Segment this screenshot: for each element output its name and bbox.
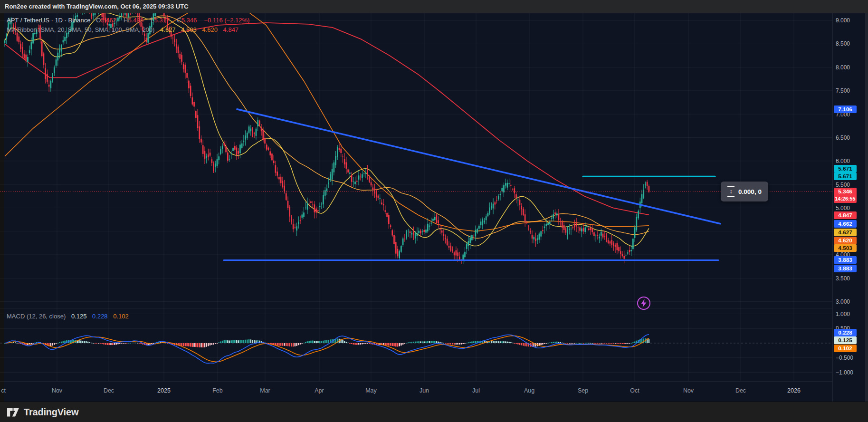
time-tick-label: Jun (420, 387, 429, 394)
measure-tooltip: ↕ 0.000, 0 (721, 182, 768, 201)
axis-tick-label: −0.500 (836, 355, 853, 361)
attribution-bar: Ron2ee created with TradingView.com, Oct… (0, 0, 868, 13)
price-badge: 0.125 (834, 336, 857, 344)
time-tick-label: Dec (104, 387, 114, 394)
sma20-value: 4.627 (160, 26, 176, 33)
price-badge: 4.627 (834, 229, 857, 236)
time-tick-label: Feb (212, 387, 223, 394)
candlesticks (4, 13, 650, 264)
tradingview-logo[interactable]: TradingView (7, 406, 78, 418)
macd-legend-row[interactable]: MACD (12, 26, close) 0.125 0.228 0.102 (7, 313, 129, 320)
low-label: L (151, 17, 154, 24)
tradingview-logo-text: TradingView (24, 407, 78, 418)
chart-legend: APT / TetherUS · 1D · Binance O5.462 H5.… (7, 16, 249, 35)
axis-tick-label: 5.000 (836, 205, 850, 211)
tradingview-logo-mark (7, 406, 19, 418)
high-value: 5.496 (128, 17, 143, 24)
attribution-text: Ron2ee created with TradingView.com, Oct… (5, 3, 189, 10)
time-tick-label: Sep (578, 387, 588, 394)
price-badge: 0.228 (834, 329, 857, 336)
bottom-brand-bar: TradingView (0, 402, 868, 422)
price-badge: 4.662 (834, 220, 857, 228)
time-tick-label: Dec (735, 387, 746, 394)
axis-tick-label: 5.500 (836, 182, 850, 188)
axis-tick-label: 6.000 (836, 158, 850, 164)
price-scale[interactable]: 9.0008.5008.0007.5007.0006.5006.0005.500… (832, 13, 868, 402)
time-tick-label: ct (1, 387, 6, 394)
time-scale[interactable]: ctNovDec2025FebMarAprMayJunJulAugSepOctN… (0, 381, 832, 402)
axis-tick-label: 8.000 (836, 64, 850, 71)
time-tick-label: Jul (472, 387, 480, 394)
price-badge: 3.883 (834, 256, 857, 264)
macd-signal-value: 0.102 (113, 313, 129, 320)
time-tick-label: Apr (315, 387, 324, 394)
price-badge: 4.847 (834, 211, 857, 219)
symbol-title[interactable]: APT / TetherUS · 1D · Binance (7, 17, 91, 24)
time-tick-label: Oct (630, 387, 639, 394)
axis-tick-label: 3.000 (836, 298, 850, 305)
time-tick-label: Nov (52, 387, 62, 394)
low-value: 5.317 (154, 17, 170, 24)
axis-tick-label: 8.500 (836, 40, 850, 47)
axis-tick-label: −1.000 (836, 369, 853, 376)
pane-separator[interactable] (0, 308, 832, 308)
price-badge: 4.503 (834, 244, 857, 252)
macd-label[interactable]: MACD (12, 26, close) (7, 313, 66, 320)
measure-vertical-icon: ↕ (727, 186, 734, 197)
descending-trendline (237, 109, 720, 224)
change-value: −0.116 (−2.12%) (204, 17, 250, 24)
axis-tick-label: 7.500 (836, 87, 850, 94)
close-label: C (177, 17, 181, 24)
time-tick-label: 2026 (787, 387, 801, 394)
sma200-value: 4.847 (223, 26, 239, 33)
tradingview-chart-window: Ron2ee created with TradingView.com, Oct… (0, 0, 868, 422)
time-tick-label: 2025 (157, 387, 171, 394)
ma-ribbon-label[interactable]: MA Ribbon (SMA, 20, SMA, 50, SMA, 100, S… (7, 26, 154, 33)
macd-line-value: 0.228 (92, 313, 108, 320)
axis-tick-label: 6.500 (836, 134, 850, 141)
price-badge: 5.671 (834, 165, 857, 173)
axis-tick-label: 1.000 (836, 311, 850, 317)
open-value: 5.462 (101, 17, 116, 24)
open-label: O (96, 17, 101, 24)
axis-tick-label: 9.000 (836, 17, 850, 24)
current-price-badge: 5.34614:26:55 (834, 188, 857, 203)
time-tick-label: May (365, 387, 377, 394)
price-badge: 4.620 (834, 237, 857, 244)
time-tick-label: Mar (260, 387, 270, 394)
price-badge: 0.102 (834, 345, 857, 352)
price-badge: 3.883 (834, 265, 857, 272)
symbol-legend-row[interactable]: APT / TetherUS · 1D · Binance O5.462 H5.… (7, 16, 249, 25)
price-badge: 7.106 (834, 106, 857, 113)
sma50-value: 4.503 (181, 26, 197, 33)
macd-hist-value: 0.125 (71, 313, 87, 320)
measure-tooltip-text: 0.000, 0 (738, 188, 762, 195)
flash-boost-icon[interactable] (637, 296, 651, 310)
time-tick-label: Nov (683, 387, 694, 394)
ma-ribbon-legend-row[interactable]: MA Ribbon (SMA, 20, SMA, 50, SMA, 100, S… (7, 25, 249, 35)
close-value: 5.346 (181, 17, 197, 24)
axis-tick-label: 3.500 (836, 275, 850, 282)
price-badge: 5.671 (834, 173, 857, 180)
sma100-value: 4.620 (202, 26, 218, 33)
time-tick-label: Aug (524, 387, 534, 394)
price-chart-canvas[interactable] (0, 13, 832, 308)
